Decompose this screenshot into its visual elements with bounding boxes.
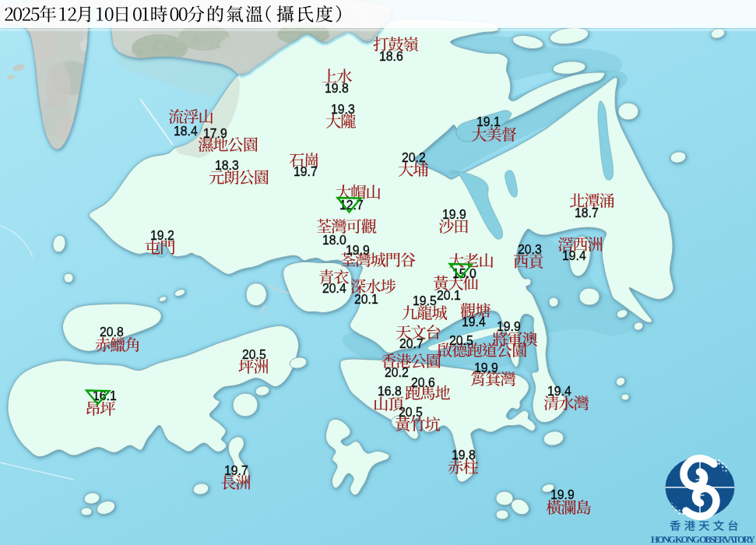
svg-text:19.8: 19.8 [325, 82, 349, 95]
svg-text:19.7: 19.7 [224, 464, 248, 477]
svg-text:20.5: 20.5 [242, 348, 266, 361]
svg-text:16.8: 16.8 [378, 385, 402, 398]
svg-text:19.9: 19.9 [497, 320, 521, 333]
svg-text:19.9: 19.9 [442, 208, 466, 221]
svg-text:18.6: 18.6 [379, 50, 403, 63]
svg-text:19.9: 19.9 [474, 361, 498, 374]
svg-text:20.7: 20.7 [399, 337, 424, 350]
svg-text:19.4: 19.4 [562, 249, 586, 262]
svg-text:19.7: 19.7 [294, 165, 318, 178]
svg-text:19.1: 19.1 [476, 115, 501, 128]
svg-text:19.9: 19.9 [550, 488, 575, 501]
svg-text:20.8: 20.8 [100, 325, 124, 339]
svg-text:20.2: 20.2 [385, 366, 409, 379]
svg-text:19.5: 19.5 [413, 294, 437, 308]
svg-text:20.1: 20.1 [354, 293, 378, 306]
svg-text:19.3: 19.3 [331, 103, 355, 116]
svg-text:20.5: 20.5 [399, 406, 423, 419]
svg-text:20.1: 20.1 [437, 289, 461, 302]
svg-text:HONG KONG OBSERVATORY: HONG KONG OBSERVATORY [651, 534, 755, 545]
svg-text:19.4: 19.4 [462, 315, 486, 329]
svg-text:18.0: 18.0 [322, 234, 346, 247]
svg-text:20.4: 20.4 [322, 282, 346, 295]
svg-text:20.3: 20.3 [518, 243, 542, 256]
svg-text:20.2: 20.2 [402, 151, 426, 164]
svg-text:20.5: 20.5 [449, 334, 473, 347]
svg-text:19.2: 19.2 [150, 229, 174, 242]
svg-text:19.9: 19.9 [346, 244, 370, 257]
svg-text:20.6: 20.6 [411, 376, 435, 389]
svg-text:18.7: 18.7 [575, 206, 599, 220]
svg-text:19.8: 19.8 [452, 448, 476, 462]
svg-text:17.9: 17.9 [203, 127, 227, 140]
svg-text:18.3: 18.3 [215, 159, 239, 172]
svg-text:19.4: 19.4 [547, 385, 571, 398]
svg-text:18.4: 18.4 [174, 125, 198, 138]
